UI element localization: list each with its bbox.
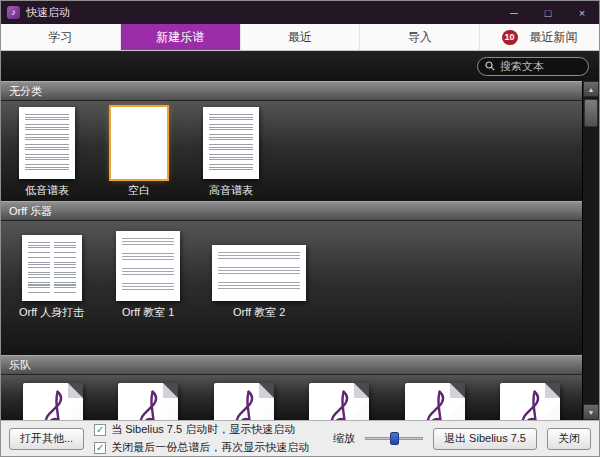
- tab-label: 最近: [288, 29, 312, 46]
- show-on-startup-label: 当 Sibelius 7.5 启动时，显示快速启动: [111, 422, 295, 437]
- maximize-button[interactable]: □: [531, 1, 565, 24]
- zoom-label: 缩放: [333, 431, 355, 446]
- template-orff-body-percussion[interactable]: Orff 人身打击: [19, 229, 84, 320]
- template-orff-classroom-1[interactable]: Orff 教室 1: [116, 229, 180, 320]
- show-after-close-row: ✓ 关闭最后一份总谱后，再次显示快速启动: [94, 440, 309, 455]
- band-template-score-icon[interactable]: [500, 383, 560, 420]
- footer-bar: 打开其他... ✓ 当 Sibelius 7.5 启动时，显示快速启动 ✓ 关闭…: [1, 420, 599, 456]
- thumb-wrap: [203, 107, 259, 179]
- tab-label: 新建乐谱: [156, 29, 204, 46]
- show-after-close-label: 关闭最后一份总谱后，再次显示快速启动: [111, 440, 309, 455]
- orff-percussion-thumbnail[interactable]: [22, 235, 82, 301]
- window-title: 快速启动: [26, 5, 70, 20]
- treble-clef-icon: [324, 389, 354, 420]
- tab-new-score[interactable]: 新建乐谱: [121, 24, 241, 50]
- band-template-score-icon[interactable]: [405, 383, 465, 420]
- news-count-badge: 10: [502, 30, 518, 45]
- template-sections: 无分类 低音谱表 空白: [1, 81, 582, 420]
- vertical-scrollbar[interactable]: ▲ ▼: [582, 81, 599, 420]
- show-on-startup-checkbox[interactable]: ✓: [94, 424, 106, 436]
- tabbar: 学习 新建乐谱 最近 导入 10 最近新闻: [1, 24, 599, 51]
- template-label: 空白: [128, 183, 150, 198]
- window-controls: ─ □ ×: [497, 1, 599, 24]
- band-template-score-icon[interactable]: [118, 383, 178, 420]
- show-after-close-checkbox[interactable]: ✓: [94, 442, 106, 454]
- band-template-score-icon[interactable]: [23, 383, 83, 420]
- template-treble-staff[interactable]: 高音谱表: [203, 107, 259, 198]
- treble-clef-icon: [38, 389, 68, 420]
- treble-clef-icon: [515, 389, 545, 420]
- staff-grid: [28, 242, 76, 294]
- scroll-up-button[interactable]: ▲: [583, 81, 599, 97]
- zoom-slider[interactable]: [365, 431, 423, 446]
- treble-clef-icon: [229, 389, 259, 420]
- app-icon: ♪: [7, 6, 20, 19]
- tab-latest-news[interactable]: 10 最近新闻: [480, 24, 599, 50]
- template-label: Orff 教室 1: [122, 305, 174, 320]
- template-label: Orff 教室 2: [233, 305, 285, 320]
- template-orff-classroom-2[interactable]: Orff 教室 2: [212, 229, 306, 320]
- treble-staff-thumbnail[interactable]: [203, 107, 259, 179]
- orff-classroom2-thumbnail[interactable]: [212, 245, 306, 301]
- staff-lines: [209, 114, 253, 172]
- section-body-orff: Orff 人身打击 Orff 教室 1 Orff 教室 2: [1, 221, 582, 355]
- tab-recent[interactable]: 最近: [241, 24, 361, 50]
- section-header-orff: Orff 乐器: [1, 201, 582, 221]
- close-dialog-button[interactable]: 关闭: [547, 428, 591, 450]
- search-row: [1, 51, 599, 81]
- thumb-wrap: [212, 229, 306, 301]
- tab-learn[interactable]: 学习: [1, 24, 121, 50]
- section-body-band: [1, 375, 582, 420]
- treble-clef-icon: [420, 389, 450, 420]
- open-other-button[interactable]: 打开其他...: [9, 428, 84, 450]
- thumb-wrap: [22, 229, 82, 301]
- section-title: 无分类: [9, 84, 42, 99]
- template-browser: 无分类 低音谱表 空白: [1, 81, 599, 420]
- minimize-button[interactable]: ─: [497, 1, 531, 24]
- titlebar: ♪ 快速启动 ─ □ ×: [1, 1, 599, 24]
- template-label: 高音谱表: [209, 183, 253, 198]
- orff-classroom1-thumbnail[interactable]: [116, 231, 180, 301]
- blank-thumbnail-selected[interactable]: [111, 107, 167, 179]
- search-box[interactable]: [477, 57, 589, 76]
- treble-clef-icon: [133, 389, 163, 420]
- staff-lines: [25, 114, 69, 172]
- staff-lines: [218, 252, 300, 294]
- scrollbar-track[interactable]: [583, 129, 599, 404]
- band-template-score-icon[interactable]: [214, 383, 274, 420]
- bass-staff-thumbnail[interactable]: [19, 107, 75, 179]
- template-blank[interactable]: 空白: [111, 107, 167, 198]
- show-on-startup-row: ✓ 当 Sibelius 7.5 启动时，显示快速启动: [94, 422, 309, 437]
- scrollbar-thumb[interactable]: [584, 99, 598, 127]
- template-bass-staff[interactable]: 低音谱表: [19, 107, 75, 198]
- section-body-uncategorized: 低音谱表 空白 高音谱表: [1, 101, 582, 201]
- scroll-down-button[interactable]: ▼: [583, 404, 599, 420]
- thumb-wrap: [111, 107, 167, 179]
- startup-options: ✓ 当 Sibelius 7.5 启动时，显示快速启动 ✓ 关闭最后一份总谱后，…: [94, 422, 309, 455]
- tab-label: 学习: [48, 29, 72, 46]
- section-header-uncategorized: 无分类: [1, 81, 582, 101]
- section-header-band: 乐队: [1, 355, 582, 375]
- template-label: 低音谱表: [25, 183, 69, 198]
- tab-label: 导入: [408, 29, 432, 46]
- staff-lines: [122, 238, 174, 294]
- section-title: 乐队: [9, 358, 31, 373]
- section-title: Orff 乐器: [9, 204, 52, 219]
- search-icon: [485, 57, 495, 75]
- close-button[interactable]: ×: [565, 1, 599, 24]
- tab-label: 最近新闻: [530, 29, 578, 46]
- template-label: Orff 人身打击: [19, 305, 84, 320]
- quick-start-window: ♪ 快速启动 ─ □ × 学习 新建乐谱 最近 导入 10 最近新闻: [0, 0, 600, 457]
- zoom-slider-thumb[interactable]: [390, 432, 399, 445]
- thumb-wrap: [19, 107, 75, 179]
- thumb-wrap: [116, 229, 180, 301]
- tab-import[interactable]: 导入: [360, 24, 480, 50]
- exit-sibelius-button[interactable]: 退出 Sibelius 7.5: [433, 428, 537, 450]
- band-template-score-icon[interactable]: [309, 383, 369, 420]
- search-input[interactable]: [500, 60, 581, 72]
